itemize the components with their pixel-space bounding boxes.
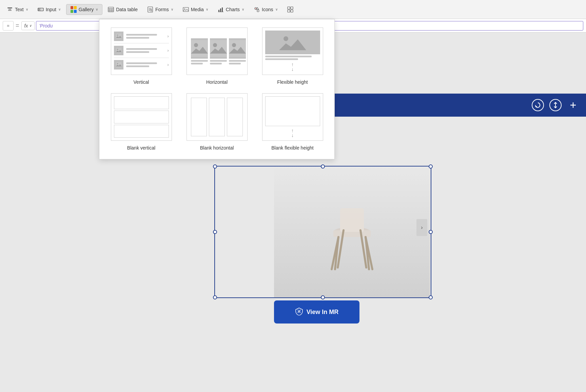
gallery-chevron: ∨ xyxy=(96,7,98,11)
media-chevron: ∨ xyxy=(206,7,208,11)
sort-icon-btn[interactable] xyxy=(549,99,562,111)
gallery-option-flexible-height[interactable]: ↑ ↓ Flexible height xyxy=(259,27,326,85)
input-label: Input xyxy=(46,7,56,12)
svg-rect-29 xyxy=(288,10,290,12)
svg-rect-54 xyxy=(229,40,246,57)
forms-chevron: ∨ xyxy=(171,7,173,11)
input-icon xyxy=(38,6,44,13)
gallery-label-blank-horizontal: Blank horizontal xyxy=(200,145,234,151)
gallery-label: Gallery xyxy=(79,7,94,12)
blank-flex-arrows: ↑ ↓ xyxy=(291,128,294,138)
svg-rect-18 xyxy=(183,7,189,12)
toolbar-icons-button[interactable]: Icons ∨ xyxy=(250,4,281,15)
text-label: Text xyxy=(15,7,24,12)
svg-rect-21 xyxy=(220,8,221,12)
product-image-area xyxy=(274,166,430,298)
gallery-label-blank-vertical: Blank vertical xyxy=(127,145,155,151)
gallery-preview-horizontal xyxy=(187,27,248,75)
toolbar-datatable-button[interactable]: Data table xyxy=(104,4,142,15)
chair-image xyxy=(274,166,430,298)
gallery-preview-blank-flexible-height: ↑ ↓ xyxy=(262,93,323,141)
formula-fx-btn[interactable]: fx ∨ xyxy=(21,21,35,30)
svg-rect-30 xyxy=(291,10,293,12)
gallery-preview-flexible-height: ↑ ↓ xyxy=(262,27,323,75)
vertical-arrow-3: › xyxy=(168,62,169,67)
gallery-dropdown: › › xyxy=(99,19,335,159)
gallery-icon xyxy=(71,6,77,13)
flexible-arrows: ↑ ↓ xyxy=(291,62,294,72)
gallery-label-flexible-height: Flexible height xyxy=(277,79,308,85)
icons-chevron: ∨ xyxy=(275,7,278,11)
media-label: Media xyxy=(191,7,204,12)
svg-point-57 xyxy=(284,36,288,41)
layouts-icon xyxy=(287,6,293,13)
svg-rect-0 xyxy=(7,7,12,8)
gallery-option-blank-horizontal[interactable]: Blank horizontal xyxy=(183,93,251,151)
svg-point-51 xyxy=(194,43,198,47)
toolbar-gallery-button[interactable]: Gallery ∨ xyxy=(66,4,102,15)
svg-rect-48 xyxy=(116,62,121,68)
formula-fx-label: fx xyxy=(24,23,28,28)
gallery-label-vertical: Vertical xyxy=(134,79,149,85)
charts-icon xyxy=(218,6,224,13)
handle-bl[interactable] xyxy=(213,295,217,299)
formula-equals: = xyxy=(15,22,20,29)
toolbar-forms-button[interactable]: Forms ∨ xyxy=(143,4,177,15)
gallery-label-blank-flexible-height: Blank flexible height xyxy=(271,145,314,151)
svg-point-26 xyxy=(257,10,259,12)
formula-fx-chevron: ∨ xyxy=(29,24,32,27)
gallery-option-horizontal[interactable]: Horizontal xyxy=(183,27,251,85)
handle-tl[interactable] xyxy=(213,164,217,169)
view-mr-button[interactable]: View In MR xyxy=(274,300,359,324)
vertical-arrow-2: › xyxy=(168,48,169,53)
forms-label: Forms xyxy=(155,7,169,12)
svg-rect-44 xyxy=(116,33,121,39)
toolbar-input-button[interactable]: Input ∨ xyxy=(34,4,65,15)
input-chevron: ∨ xyxy=(58,7,61,11)
svg-point-55 xyxy=(232,43,236,47)
toolbar-charts-button[interactable]: Charts ∨ xyxy=(214,4,248,15)
svg-point-25 xyxy=(255,8,256,9)
toolbar-media-button[interactable]: Media ∨ xyxy=(179,4,212,15)
charts-label: Charts xyxy=(226,7,240,12)
svg-rect-27 xyxy=(288,7,290,9)
forms-icon xyxy=(147,6,153,13)
add-icon-btn[interactable] xyxy=(567,99,579,111)
svg-rect-50 xyxy=(191,40,208,57)
svg-rect-1 xyxy=(8,9,11,9)
gallery-option-vertical[interactable]: › › xyxy=(108,27,175,85)
refresh-icon-btn[interactable] xyxy=(532,99,544,111)
svg-rect-36 xyxy=(340,208,364,232)
text-icon xyxy=(7,6,13,13)
charts-chevron: ∨ xyxy=(242,7,244,11)
gallery-next-button[interactable]: › xyxy=(416,219,427,236)
svg-point-45 xyxy=(117,35,118,36)
media-icon xyxy=(183,6,189,13)
icons-icon xyxy=(254,6,260,13)
icons-label: Icons xyxy=(262,7,273,12)
handle-ml[interactable] xyxy=(213,230,217,234)
toolbar: Text ∨ Input ∨ Gallery ∨ xyxy=(0,0,586,19)
gallery-label-horizontal: Horizontal xyxy=(206,79,228,85)
gallery-option-blank-vertical[interactable]: Blank vertical xyxy=(108,93,175,151)
gallery-options-grid: › › xyxy=(108,27,326,151)
gallery-option-blank-flexible-height[interactable]: ↑ ↓ Blank flexible height xyxy=(259,93,326,151)
gallery-preview-vertical: › › xyxy=(111,27,172,75)
datatable-label: Data table xyxy=(116,7,138,12)
vertical-arrow-1: › xyxy=(168,34,169,39)
ar-icon xyxy=(295,307,303,317)
view-mr-label: View In MR xyxy=(307,309,339,316)
toolbar-text-button[interactable]: Text ∨ xyxy=(3,4,32,15)
svg-rect-8 xyxy=(108,7,114,12)
svg-rect-46 xyxy=(116,48,121,54)
svg-point-49 xyxy=(117,63,118,64)
svg-rect-20 xyxy=(218,10,219,12)
datatable-icon xyxy=(108,6,114,13)
svg-rect-2 xyxy=(8,10,12,11)
svg-rect-52 xyxy=(210,40,227,57)
formula-dropdown-btn[interactable]: = xyxy=(3,21,14,31)
svg-rect-28 xyxy=(291,7,293,9)
toolbar-layouts-button[interactable] xyxy=(283,4,297,15)
svg-rect-22 xyxy=(222,7,223,12)
text-chevron: ∨ xyxy=(26,7,28,11)
